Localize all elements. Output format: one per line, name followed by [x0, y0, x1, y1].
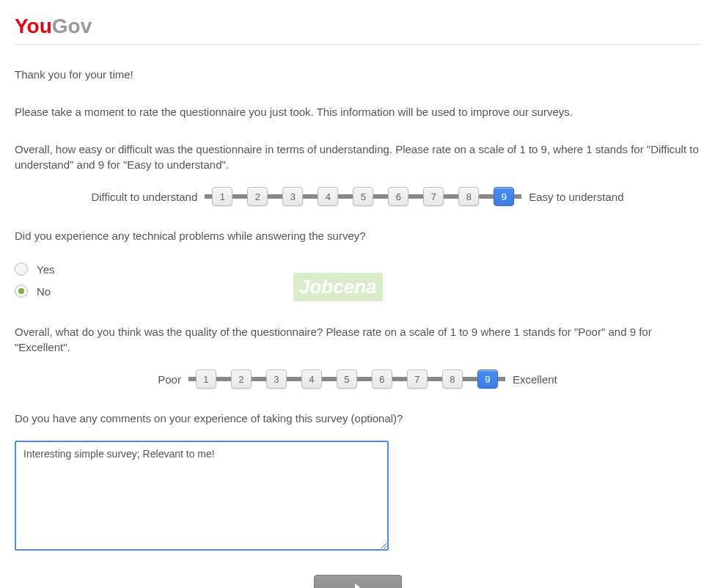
chevron-right-icon [355, 584, 360, 588]
scale-option-5[interactable]: 5 [337, 370, 357, 389]
scale-option-3[interactable]: 3 [266, 370, 287, 389]
logo-you: You [15, 15, 52, 37]
question-technical: Did you experience any technical problem… [15, 228, 700, 243]
scale-option-4[interactable]: 4 [318, 187, 338, 206]
scale-left-label: Poor [158, 373, 181, 386]
scale-understanding: Difficult to understand 123456789 Easy t… [15, 187, 700, 206]
intro-text: Please take a moment to rate the questio… [15, 104, 700, 120]
radio-option-no[interactable]: No [15, 280, 700, 302]
scale-option-1[interactable]: 1 [212, 187, 232, 206]
scale-option-7[interactable]: 7 [407, 370, 428, 389]
question-comments: Do you have any comments on your experie… [15, 411, 700, 426]
scale-left-label: Difficult to understand [91, 191, 197, 203]
scale-option-9[interactable]: 9 [494, 187, 514, 206]
scale-option-2[interactable]: 2 [247, 187, 268, 206]
scale-right-label: Excellent [513, 373, 557, 386]
next-button[interactable] [314, 575, 402, 588]
header-divider [15, 44, 700, 45]
scale-option-5[interactable]: 5 [353, 187, 373, 206]
logo-gov: Gov [52, 15, 92, 37]
scale-option-9[interactable]: 9 [477, 370, 498, 389]
radio-group-technical: YesNo [15, 258, 700, 302]
logo: YouGov [15, 15, 700, 38]
scale-option-4[interactable]: 4 [301, 370, 322, 389]
radio-label: Yes [37, 263, 54, 276]
radio-icon [15, 284, 28, 298]
scale-option-6[interactable]: 6 [372, 370, 392, 389]
scale-option-8[interactable]: 8 [458, 187, 479, 206]
radio-icon [15, 262, 28, 276]
thank-you-text: Thank you for your time! [15, 67, 700, 82]
scale-option-7[interactable]: 7 [423, 187, 444, 206]
scale-option-8[interactable]: 8 [442, 370, 463, 389]
scale-option-2[interactable]: 2 [231, 370, 252, 389]
comments-textarea[interactable]: Interesting simple survey; Relevant to m… [15, 441, 389, 551]
scale-option-3[interactable]: 3 [282, 187, 303, 206]
question-understanding: Overall, how easy or difficult was the q… [15, 142, 700, 172]
scale-option-1[interactable]: 1 [196, 370, 216, 389]
scale-right-label: Easy to understand [529, 191, 623, 203]
question-quality: Overall, what do you think was the quali… [15, 324, 700, 355]
scale-quality: Poor 123456789 Excellent [15, 370, 700, 389]
radio-option-yes[interactable]: Yes [15, 258, 700, 280]
radio-label: No [37, 285, 51, 298]
scale-option-6[interactable]: 6 [388, 187, 408, 206]
